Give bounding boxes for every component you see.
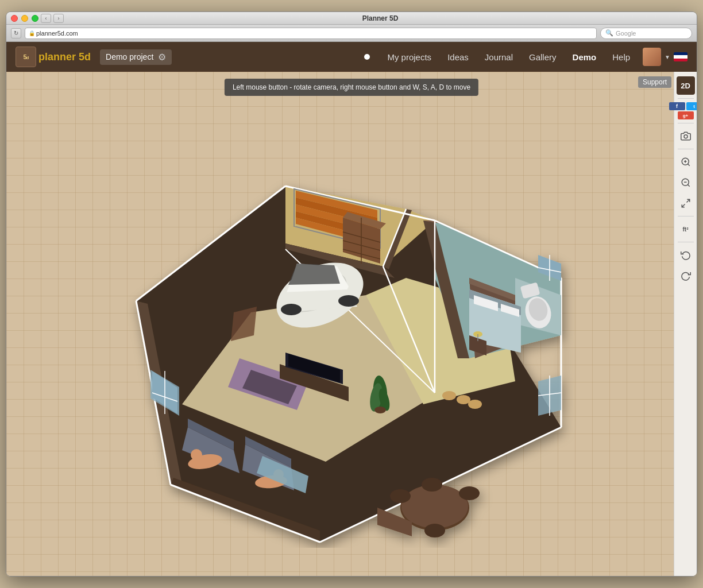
svg-point-67 xyxy=(424,524,445,537)
fullscreen-icon xyxy=(681,198,691,208)
twitter-icon: t xyxy=(693,104,695,109)
units-button[interactable]: ft² xyxy=(677,220,695,238)
svg-point-68 xyxy=(459,486,480,500)
nav-item-myprojects[interactable]: My projects xyxy=(379,50,439,64)
toolbar-separator-1 xyxy=(678,98,694,99)
zoom-out-button[interactable] xyxy=(677,173,695,192)
nav-item-ideas[interactable]: Ideas xyxy=(439,50,477,64)
logo-icon-text: 5d xyxy=(23,53,28,60)
nav-dot-icon xyxy=(364,54,370,60)
svg-point-58 xyxy=(191,449,202,461)
camera-tooltip: Left mouse button - rotate camera, right… xyxy=(225,79,478,96)
logo: 5d planner 5d xyxy=(16,47,91,67)
nav-item-help[interactable]: Help xyxy=(604,50,638,64)
redo-icon xyxy=(681,270,691,281)
nav-buttons: ‹ › xyxy=(11,14,64,23)
svg-line-6 xyxy=(687,184,689,186)
nav-item-gallery[interactable]: Gallery xyxy=(521,50,565,64)
house-3d-view xyxy=(67,117,584,548)
project-name-area: Demo project ⚙ xyxy=(100,49,172,65)
address-bar: ↻ 🔒 planner5d.com 🔍 Google xyxy=(6,25,697,42)
googleplus-icon: g+ xyxy=(683,113,689,118)
project-name-label: Demo project xyxy=(106,52,153,61)
svg-point-0 xyxy=(684,135,687,138)
search-placeholder: Google xyxy=(616,30,636,37)
toolbar-separator-4 xyxy=(678,216,694,216)
svg-point-107 xyxy=(468,400,482,409)
svg-point-43 xyxy=(281,304,302,315)
svg-point-106 xyxy=(457,395,470,404)
twitter-share-button[interactable]: t xyxy=(686,102,697,110)
app-content: 5d planner 5d Demo project ⚙ My projects… xyxy=(6,42,697,576)
svg-point-91 xyxy=(374,407,386,413)
undo-button[interactable] xyxy=(677,246,695,264)
minimize-button[interactable] xyxy=(21,15,28,22)
googleplus-share-button[interactable]: g+ xyxy=(678,111,694,119)
view-2d-button[interactable]: 2D xyxy=(677,76,695,95)
address-text: planner5d.com xyxy=(36,30,78,37)
title-bar: ‹ › Planner 5D xyxy=(6,12,697,25)
window-title: Planner 5D xyxy=(68,14,692,22)
house-svg xyxy=(67,117,584,548)
logo-text-5d: 5d xyxy=(76,51,91,63)
address-field[interactable]: 🔒 planner5d.com xyxy=(25,28,597,39)
undo-icon xyxy=(681,250,691,260)
support-button[interactable]: Support xyxy=(638,76,671,88)
facebook-share-button[interactable]: f xyxy=(669,102,685,110)
lock-icon: 🔒 xyxy=(29,30,35,36)
screenshot-button[interactable] xyxy=(677,127,695,145)
zoom-out-icon xyxy=(681,177,691,188)
svg-point-66 xyxy=(390,489,411,503)
svg-line-8 xyxy=(686,199,689,202)
toolbar-separator-5 xyxy=(678,242,694,242)
forward-button[interactable]: › xyxy=(53,14,64,23)
language-flag-icon[interactable] xyxy=(674,52,687,61)
facebook-icon: f xyxy=(676,103,678,109)
search-field[interactable]: 🔍 Google xyxy=(600,28,692,39)
refresh-button[interactable]: ↻ xyxy=(11,28,21,38)
app-navbar: 5d planner 5d Demo project ⚙ My projects… xyxy=(6,42,697,72)
user-avatar[interactable] xyxy=(643,48,661,66)
user-area: ▼ xyxy=(643,48,687,66)
social-buttons: f t g+ xyxy=(669,102,697,119)
close-button[interactable] xyxy=(11,15,18,22)
logo-text: planner 5d xyxy=(38,51,91,63)
maximize-button[interactable] xyxy=(32,15,38,22)
logo-icon: 5d xyxy=(16,47,36,67)
fullscreen-button[interactable] xyxy=(677,194,695,212)
camera-icon xyxy=(681,131,691,141)
view-2d-label: 2D xyxy=(681,82,690,90)
svg-point-69 xyxy=(422,478,442,492)
user-avatar-image xyxy=(643,48,661,66)
zoom-in-icon xyxy=(681,157,691,167)
svg-point-44 xyxy=(338,295,359,307)
svg-line-9 xyxy=(682,204,685,207)
nav-items: My projects Ideas Journal Gallery Demo H… xyxy=(364,50,638,64)
nav-item-journal[interactable]: Journal xyxy=(477,50,521,64)
traffic-lights xyxy=(11,15,38,22)
toolbar-separator-2 xyxy=(678,123,694,123)
right-toolbar: 2D f t g+ xyxy=(674,72,697,576)
toolbar-separator-3 xyxy=(678,149,694,149)
user-dropdown-arrow[interactable]: ▼ xyxy=(665,54,670,60)
nav-item-demo[interactable]: Demo xyxy=(565,50,605,64)
redo-button[interactable] xyxy=(677,266,695,285)
svg-line-2 xyxy=(687,164,689,165)
zoom-in-button[interactable] xyxy=(677,153,695,171)
svg-marker-41 xyxy=(288,264,340,285)
units-label: ft² xyxy=(683,226,689,233)
browser-window: ‹ › Planner 5D ↻ 🔒 planner5d.com 🔍 Googl… xyxy=(6,11,697,577)
canvas-area[interactable]: Left mouse button - rotate camera, right… xyxy=(6,72,697,576)
back-button[interactable]: ‹ xyxy=(41,14,51,23)
search-icon: 🔍 xyxy=(605,29,613,37)
svg-point-105 xyxy=(442,391,456,400)
settings-gear-icon[interactable]: ⚙ xyxy=(158,52,166,63)
tooltip-text: Left mouse button - rotate camera, right… xyxy=(233,83,470,91)
logo-text-planner: planner xyxy=(38,51,76,63)
